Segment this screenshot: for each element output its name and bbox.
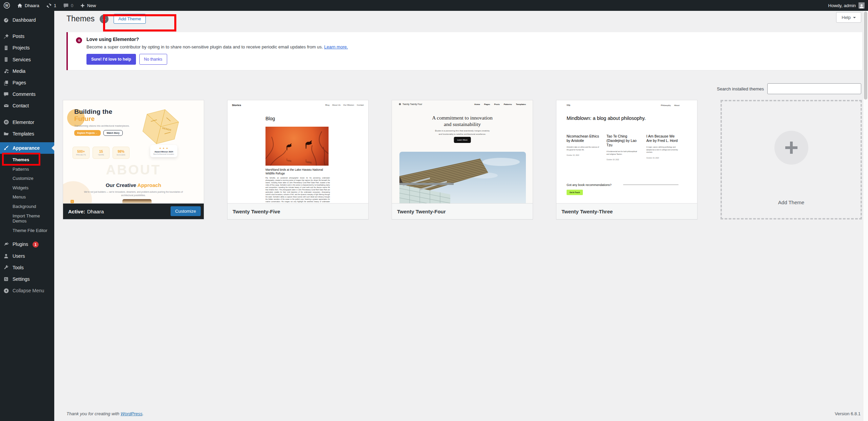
paintbrush-icon [3, 145, 9, 151]
avatar[interactable] [859, 2, 865, 8]
tt4-nav: Home Pages Posts Patterns Templates [474, 103, 526, 105]
submenu-label: Theme File Editor [13, 228, 47, 233]
active-theme-name: Dhaara [87, 209, 104, 214]
wordpress-logo-menu[interactable]: W [0, 0, 14, 11]
tt5-site-title: Stories [232, 104, 241, 107]
submenu-item-import-theme-demos[interactable]: Import Theme Demos [0, 211, 54, 226]
sidebar-item-label: Elementor [13, 119, 34, 125]
menu-separator [0, 112, 54, 117]
add-theme-button[interactable]: Add Theme [114, 14, 146, 24]
wrench-icon [3, 265, 9, 270]
tt3-divider [623, 185, 678, 185]
theme-card-twenty-twenty-three[interactable]: TT3 Philosophy About Mindblown: a blog a… [556, 100, 697, 219]
theme-browser: Building the Future Transforming visions… [63, 100, 862, 219]
submenu-item-themes[interactable]: Themes [0, 155, 54, 165]
approach-heading-dark: Our Creative [106, 182, 136, 188]
sidebar-item-contact[interactable]: Contact [0, 100, 54, 111]
page-title: Themes [66, 14, 95, 23]
tt4-nav-item: Patterns [504, 103, 512, 105]
sidebar-item-users[interactable]: Users [0, 250, 54, 262]
theme-name-bar: Twenty Twenty-Three [556, 203, 697, 219]
notice-content: Love using Elementor? Become a super con… [86, 37, 348, 65]
add-theme-card[interactable]: Add Theme [721, 100, 862, 219]
howdy-text[interactable]: Howdy, admin [828, 3, 856, 8]
theme-card-twenty-twenty-five[interactable]: Stories Blog About Us Our Mission Contac… [227, 100, 369, 219]
notice-actions: Sure! I'd love to help No thanks [86, 54, 348, 65]
submenu-item-patterns[interactable]: Patterns [0, 165, 54, 174]
tt3-post-date: October 19, 2022 [567, 154, 600, 156]
notice-body: Become a super contributor by opting in … [86, 44, 348, 49]
sidebar-item-label: Dashboard [13, 17, 36, 23]
submenu-item-menus[interactable]: Menus [0, 192, 54, 202]
folder-icon [3, 131, 9, 136]
tt4-preview: Twenty Twenty Four Home Pages Posts Patt… [392, 100, 533, 203]
sliders-icon [3, 276, 9, 282]
learn-more-button: Learn More [454, 137, 471, 143]
active-theme-bar: Active: Dhaara Customize [63, 203, 204, 219]
stat-projects: 500+ PROJECTS [73, 147, 90, 159]
stat-years: 15 YEARS [93, 147, 110, 159]
sidebar-item-projects[interactable]: Projects [0, 42, 54, 54]
sidebar-item-posts[interactable]: Posts [0, 30, 54, 42]
notice-title: Love using Elementor? [86, 37, 348, 42]
site-name: Dhaara [25, 3, 39, 8]
help-button[interactable]: Help [836, 12, 861, 23]
page-header: Themes 4 Add Theme [66, 14, 146, 24]
submenu-item-customize[interactable]: Customize [0, 174, 54, 183]
visit-site-menu[interactable]: Dhaara [14, 0, 43, 11]
theme-card-dhaara[interactable]: Building the Future Transforming visions… [63, 100, 204, 219]
scrollbar[interactable] [863, 11, 868, 421]
footer-thanks: Thank you for creating with WordPress. [66, 411, 144, 416]
updates-menu[interactable]: 1 [43, 0, 60, 11]
learn-more-link[interactable]: Learn more. [324, 44, 348, 49]
sidebar-item-label: Templates [13, 131, 34, 137]
sidebar-item-templates[interactable]: Templates [0, 128, 54, 140]
tt5-preview: Stories Blog About Us Our Mission Contac… [228, 100, 368, 203]
notice-accept-button[interactable]: Sure! I'd love to help [86, 54, 136, 65]
sidebar-item-dashboard[interactable]: Dashboard [0, 14, 54, 26]
sidebar-item-appearance[interactable]: Appearance [0, 142, 54, 154]
tt3-heading: Mindblown: a blog about philosophy. [567, 115, 646, 121]
appearance-submenu: Themes Patterns Customize Widgets Menus … [0, 154, 54, 238]
hero-heading-line1: Building the [74, 108, 112, 115]
theme-card-twenty-twenty-four[interactable]: Twenty Twenty Four Home Pages Posts Patt… [392, 100, 533, 219]
sidebar-item-tools[interactable]: Tools [0, 262, 54, 273]
submenu-item-widgets[interactable]: Widgets [0, 183, 54, 193]
collapse-menu-button[interactable]: Collapse Menu [0, 285, 54, 296]
sidebar-item-label: Contact [13, 103, 29, 109]
new-content-menu[interactable]: New [77, 0, 99, 11]
wordpress-link[interactable]: WordPress [121, 411, 142, 416]
submenu-item-theme-file-editor[interactable]: Theme File Editor [0, 226, 54, 235]
scrollbar-thumb[interactable] [864, 12, 867, 100]
explore-projects-button: Explore Projects → [74, 130, 101, 136]
comments-menu[interactable]: 0 [60, 0, 77, 11]
admin-bar: W Dhaara 1 0 New Howdy [0, 0, 868, 11]
stat-value: 15 [99, 150, 103, 153]
customize-button[interactable]: Customize [171, 206, 201, 216]
theme-name: Twenty Twenty-Three [561, 209, 613, 214]
dhaara-preview: Building the Future Transforming visions… [63, 100, 204, 203]
dhaara-stats: 500+ PROJECTS 15 YEARS 98% SUCCESS [73, 147, 130, 159]
admin-bar-left: W Dhaara 1 0 New [0, 0, 99, 11]
search-input[interactable] [767, 83, 861, 94]
sidebar-item-label: Pages [13, 80, 26, 86]
tt3-nav-item: About [674, 104, 679, 106]
sidebar-item-services[interactable]: Services [0, 54, 54, 65]
sidebar-item-pages[interactable]: Pages [0, 77, 54, 88]
sidebar-item-comments[interactable]: Comments [0, 88, 54, 100]
sidebar-item-settings[interactable]: Settings [0, 273, 54, 285]
sidebar-item-elementor[interactable]: Elementor [0, 117, 54, 128]
svg-text:W: W [5, 4, 8, 7]
get-in-touch-button: Get In Touch [567, 190, 583, 195]
sidebar-item-plugins[interactable]: Plugins 1 [0, 238, 54, 250]
sidebar-item-media[interactable]: Media [0, 65, 54, 77]
pages-icon [3, 80, 9, 86]
submenu-item-background[interactable]: Background [0, 202, 54, 211]
admin-bar-right: Howdy, admin [828, 0, 868, 11]
notice-decline-button[interactable]: No thanks [139, 54, 167, 65]
comment-bubble-icon [63, 3, 69, 8]
tt4-subtitle-line1: Études is a pioneering firm that seamles… [392, 129, 533, 133]
main-content: Themes 4 Add Theme Help Love using Eleme… [54, 11, 868, 421]
tt3-site-title: TT3 [567, 104, 570, 106]
help-label: Help [842, 15, 851, 20]
